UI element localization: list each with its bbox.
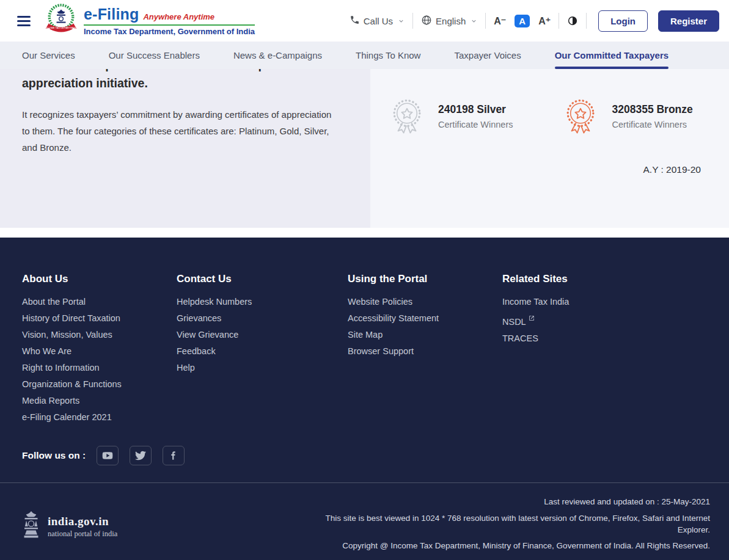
footer-col-related-sites: Related Sites Income Tax India NSDL TRAC… [502,273,707,429]
initiative-paragraph: It recognizes taxpayers’ commitment by a… [22,106,337,156]
login-button[interactable]: Login [598,10,648,32]
phone-icon [350,15,360,27]
logo-subtitle: Income Tax Department, Government of Ind… [84,27,255,36]
logo-tagline: Anywhere Anytime [143,12,214,21]
logo-title: e-Filing [84,5,139,23]
efiling-logo[interactable]: INCOME TAX DEPARTMENT e-Filing Anywhere … [44,2,255,39]
footer-link-efiling-calender[interactable]: e-Filing Calender 2021 [22,413,177,422]
footer-link-site-map[interactable]: Site Map [348,330,502,340]
header-divider [586,13,587,29]
copyright-text: Copyright @ Income Tax Department, Minis… [319,540,710,551]
last-reviewed-text: Last reviewed and updated on : 25-May-20… [319,496,710,507]
hamburger-menu-icon[interactable] [16,13,32,29]
chevron-down-icon [471,18,477,24]
footer-heading-using-the-portal: Using the Portal [348,273,502,285]
nav-things-to-know[interactable]: Things To Know [356,42,420,69]
footer-link-accessibility-statement[interactable]: Accessibility Statement [348,314,502,323]
portal-name: india.gov.in [48,515,117,528]
footer-link-media-reports[interactable]: Media Reports [22,396,177,405]
external-link-icon [529,314,535,323]
bronze-medal-icon [563,98,598,134]
bronze-winners-stat: 3208355 Bronze Certificate Winners [563,98,692,134]
footer-col-contact-us: Contact Us Helpdesk Numbers Grievances V… [177,273,348,429]
footer-link-vision-mission-values[interactable]: Vision, Mission, Values [22,330,177,340]
logo-green-rule [84,24,255,26]
content-footer-gap [0,228,729,238]
bronze-winners-label: Certificate Winners [612,120,692,129]
top-header: INCOME TAX DEPARTMENT e-Filing Anywhere … [0,0,729,42]
nav-news-ecampaigns[interactable]: News & e-Campaigns [233,42,322,69]
chevron-down-icon [398,18,405,24]
footer-link-helpdesk-numbers[interactable]: Helpdesk Numbers [177,297,348,307]
register-button[interactable]: Register [658,10,719,32]
india-gov-in-logo[interactable]: india.gov.in national portal of india [22,496,117,556]
language-selector[interactable]: English [421,15,477,27]
contrast-toggle-icon[interactable] [567,15,578,26]
footer-link-browser-support[interactable]: Browser Support [348,347,502,356]
silver-winners-count: 240198 Silver [438,103,513,116]
footer-link-traces[interactable]: TRACES [502,334,707,343]
youtube-icon[interactable] [97,446,119,465]
call-us-menu[interactable]: Call Us [350,15,405,27]
font-normal-button[interactable]: A [515,15,530,27]
header-divider [412,13,413,29]
silver-winners-label: Certificate Winners [438,120,513,129]
footer-link-grievances[interactable]: Grievances [177,314,348,323]
footer-link-organization-functions[interactable]: Organization & Functions [22,380,177,389]
header-divider [485,13,486,29]
font-decrease-button[interactable]: A⁻ [494,15,506,27]
footer-heading-related-sites: Related Sites [502,273,707,285]
footer-link-about-the-portal[interactable]: About the Portal [22,297,177,307]
footer-link-income-tax-india[interactable]: Income Tax India [502,297,707,307]
footer-link-help[interactable]: Help [177,363,348,373]
silver-winners-stat: 240198 Silver Certificate Winners [389,98,513,134]
nav-our-services[interactable]: Our Services [22,42,75,69]
site-footer: About Us About the Portal History of Dir… [0,238,729,560]
footer-link-history-direct-taxation[interactable]: History of Direct Taxation [22,314,177,323]
footer-link-view-grievance[interactable]: View Grievance [177,330,348,340]
nav-our-committed-taxpayers[interactable]: Our Committed Taxpayers [555,42,669,69]
globe-icon [421,15,432,27]
nav-taxpayer-voices[interactable]: Taxpayer Voices [454,42,521,69]
facebook-icon[interactable] [163,446,185,465]
best-viewed-text: This site is best viewed in 1024 * 768 r… [319,512,710,536]
footer-bottom-bar: india.gov.in national portal of india La… [0,482,729,556]
primary-navbar: Our Services Our Success Enablers News &… [0,42,729,69]
silver-medal-icon [389,98,425,134]
nav-our-success-enablers[interactable]: Our Success Enablers [109,42,200,69]
footer-link-feedback[interactable]: Feedback [177,347,348,356]
initiative-heading: Income Tax Department has started a uniq… [22,69,348,92]
svg-text:INCOME TAX DEPARTMENT: INCOME TAX DEPARTMENT [45,26,78,29]
call-us-label: Call Us [364,16,393,26]
footer-heading-about-us: About Us [22,273,177,285]
certificate-stats-panel: 240198 Silver Certificate Winners 320835… [370,69,729,228]
footer-col-about-us: About Us About the Portal History of Dir… [22,273,177,429]
header-divider [559,13,559,29]
footer-link-website-policies[interactable]: Website Policies [348,297,502,307]
footer-col-using-the-portal: Using the Portal Website Policies Access… [348,273,502,429]
footer-link-right-to-information[interactable]: Right to Information [22,363,177,373]
footer-link-nsdl[interactable]: NSDL [502,314,707,326]
initiative-text-panel: Income Tax Department has started a uniq… [0,69,370,228]
income-tax-emblem-icon: INCOME TAX DEPARTMENT [44,2,78,39]
language-label: English [436,16,466,26]
font-increase-button[interactable]: A⁺ [538,15,551,27]
assessment-year-label: A.Y : 2019-20 [643,164,701,175]
follow-us-label: Follow us on : [22,450,86,461]
bronze-winners-count: 3208355 Bronze [612,103,692,116]
footer-link-who-we-are[interactable]: Who We Are [22,347,177,356]
twitter-icon[interactable] [130,446,152,465]
committed-taxpayers-section: Income Tax Department has started a uniq… [0,69,729,228]
portal-subtitle: national portal of india [48,529,117,539]
footer-heading-contact-us: Contact Us [177,273,348,285]
lion-capital-emblem-icon [22,510,40,543]
